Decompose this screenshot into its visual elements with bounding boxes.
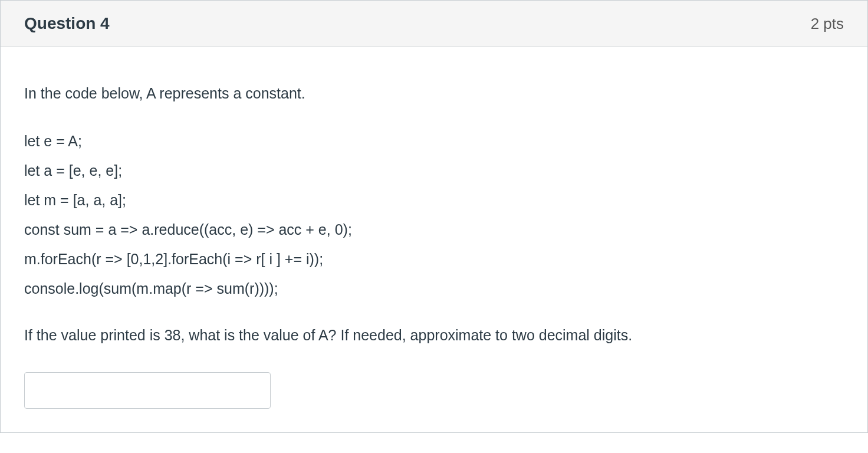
code-line: m.forEach(r => [0,1,2].forEach(i => r[ i… <box>24 244 844 274</box>
question-points: 2 pts <box>811 12 844 35</box>
question-body: In the code below, A represents a consta… <box>1 47 867 432</box>
code-block: let e = A; let a = [e, e, e]; let m = [a… <box>24 126 844 303</box>
answer-input[interactable] <box>24 372 271 409</box>
code-line: let m = [a, a, a]; <box>24 185 844 215</box>
question-title: Question 4 <box>24 11 110 36</box>
code-line: const sum = a => a.reduce((acc, e) => ac… <box>24 215 844 244</box>
question-header: Question 4 2 pts <box>1 1 867 47</box>
code-line: let a = [e, e, e]; <box>24 156 844 185</box>
question-card: Question 4 2 pts In the code below, A re… <box>0 0 868 433</box>
code-line: console.log(sum(m.map(r => sum(r)))); <box>24 274 844 303</box>
question-intro-text: In the code below, A represents a consta… <box>24 83 844 105</box>
question-followup-text: If the value printed is 38, what is the … <box>24 324 844 347</box>
code-line: let e = A; <box>24 126 844 156</box>
